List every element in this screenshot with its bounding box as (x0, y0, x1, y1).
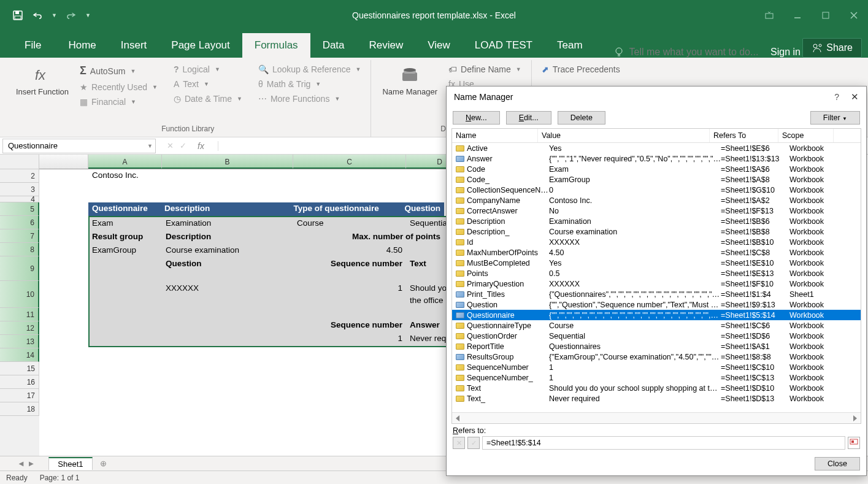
tell-me[interactable] (613, 47, 789, 58)
col-header-a[interactable]: A (88, 155, 162, 169)
qat-customize-icon[interactable]: ▼ (85, 12, 91, 18)
list-row[interactable]: Text_Never required=Sheet1!$D$13Workbook (452, 393, 861, 404)
trace-precedents-button[interactable]: ⬈Trace Precedents (538, 63, 624, 76)
undo-icon[interactable] (32, 10, 43, 21)
list-row[interactable]: Description_Course examination=Sheet1!$B… (452, 226, 861, 237)
col-header-b[interactable]: B (162, 155, 293, 169)
col-header-value[interactable]: Value (538, 129, 710, 142)
list-row[interactable]: CompanyNameContoso Inc.=Sheet1!$A$2Workb… (452, 195, 861, 206)
fx-label-icon[interactable]: fx (193, 141, 209, 151)
list-row[interactable]: CodeExam=Sheet1!$A$6Workbook (452, 164, 861, 174)
recently-used-button[interactable]: ★Recently Used▼ (76, 80, 161, 94)
logical-button[interactable]: ?Logical▼ (170, 63, 246, 76)
list-row[interactable]: QuestionnaireTypeCourse=Sheet1!$C$6Workb… (452, 320, 861, 331)
list-row[interactable]: ResultsGroup{"ExamGroup","Course examina… (452, 351, 861, 362)
date-time-button[interactable]: ◷Date & Time▼ (170, 92, 246, 106)
list-row[interactable]: PrimaryQuestionXXXXXX=Sheet1!$F$10Workbo… (452, 278, 861, 289)
tab-team[interactable]: Team (545, 33, 595, 58)
name-box[interactable]: Questionnaire ▼ (2, 139, 156, 153)
row-header-10[interactable]: 10 (0, 281, 39, 308)
close-icon[interactable] (840, 6, 868, 25)
row-header-12[interactable]: 12 (0, 321, 39, 335)
tab-file[interactable]: File (12, 33, 56, 58)
row-header-2[interactable]: 2 (0, 169, 39, 183)
name-manager-button[interactable]: Name Manager (377, 63, 442, 123)
financial-button[interactable]: ▦Financial▼ (76, 95, 161, 109)
define-name-button[interactable]: 🏷Define Name▼ (445, 63, 525, 76)
row-header-16[interactable]: 16 (0, 375, 39, 389)
sheet-nav[interactable]: ◄ ► (17, 459, 45, 468)
accept-icon[interactable]: ✓ (180, 141, 186, 150)
horizontal-scrollbar[interactable] (452, 412, 861, 423)
list-body[interactable]: ActiveYes=Sheet1!$E$6WorkbookAnswer{"","… (452, 143, 861, 412)
insert-function-button[interactable]: fx Insert Function (11, 63, 74, 123)
tab-page-layout[interactable]: Page Layout (159, 33, 242, 58)
list-header[interactable]: Name Value Refers To Scope (452, 129, 861, 143)
row-header-9[interactable]: 9 (0, 256, 39, 281)
tab-home[interactable]: Home (56, 33, 108, 58)
col-header-scope[interactable]: Scope (778, 129, 834, 142)
redo-icon[interactable] (66, 10, 77, 21)
name-box-dropdown-icon[interactable]: ▼ (147, 143, 153, 149)
select-all-corner[interactable] (0, 155, 39, 169)
share-button[interactable]: Share (802, 38, 862, 58)
list-row[interactable]: CorrectAnswerNo=Sheet1!$F$13Workbook (452, 206, 861, 216)
row-header-6[interactable]: 6 (0, 216, 39, 229)
row-header-4[interactable]: 4 (0, 196, 39, 202)
row-header-7[interactable]: 7 (0, 229, 39, 243)
tab-insert[interactable]: Insert (109, 33, 159, 58)
tab-review[interactable]: Review (357, 33, 416, 58)
minimize-icon[interactable] (783, 6, 812, 25)
save-icon[interactable] (12, 10, 23, 21)
list-row[interactable]: TextShould you do your school supply sho… (452, 383, 861, 393)
list-row[interactable]: SequenceNumber_1=Sheet1!$C$13Workbook (452, 372, 861, 383)
refers-to-input[interactable] (482, 436, 845, 450)
list-row[interactable]: QuestionOrderSequential=Sheet1!$D$6Workb… (452, 331, 861, 341)
list-row[interactable]: MaxNumberOfPoints4.50=Sheet1!$C$8Workboo… (452, 247, 861, 258)
col-header-refers[interactable]: Refers To (710, 129, 778, 142)
new-sheet-button[interactable]: ⊕ (96, 459, 110, 468)
filter-button[interactable]: Filter ▼ (810, 111, 860, 125)
tell-me-input[interactable] (629, 47, 789, 58)
row-header-11[interactable]: 11 (0, 308, 39, 321)
sign-in-link[interactable]: Sign in (770, 47, 801, 58)
list-row[interactable]: ReportTitleQuestionnaires=Sheet1!$A$1Wor… (452, 341, 861, 351)
list-row[interactable]: DescriptionExamination=Sheet1!$B$6Workbo… (452, 216, 861, 226)
list-row[interactable]: MustBeCompletedYes=Sheet1!$E$10Workbook (452, 258, 861, 268)
tab-formulas[interactable]: Formulas (242, 33, 310, 58)
row-header-8[interactable]: 8 (0, 243, 39, 256)
list-row[interactable]: Question{"","Question","Sequence number"… (452, 299, 861, 310)
tab-data[interactable]: Data (310, 33, 357, 58)
undo-dropdown-icon[interactable]: ▼ (52, 12, 57, 18)
delete-button[interactable]: Delete (558, 111, 605, 125)
list-row[interactable]: Points0.5=Sheet1!$E$13Workbook (452, 268, 861, 278)
more-functions-button[interactable]: ⋯More Functions▼ (255, 92, 365, 106)
col-header-blank[interactable] (39, 155, 88, 169)
lookup-ref-button[interactable]: 🔍Lookup & Reference▼ (255, 63, 365, 76)
ribbon-display-icon[interactable] (755, 6, 783, 25)
row-header-15[interactable]: 15 (0, 362, 39, 375)
list-row[interactable]: CollectionSequenceNu...0=Sheet1!$G$10Wor… (452, 185, 861, 195)
new-button[interactable]: NNew...ew... (453, 111, 500, 125)
list-row[interactable]: Code_ExamGroup=Sheet1!$A$8Workbook (452, 174, 861, 185)
list-row[interactable]: ActiveYes=Sheet1!$E$6Workbook (452, 143, 861, 153)
autosum-button[interactable]: ΣAutoSum▼ (76, 63, 161, 79)
math-trig-button[interactable]: θMath & Trig▼ (255, 77, 365, 91)
row-header-13[interactable]: 13 (0, 335, 39, 348)
dialog-close-icon[interactable]: ✕ (851, 91, 859, 102)
col-header-name[interactable]: Name (452, 129, 538, 142)
cancel-icon[interactable]: ✕ (167, 141, 174, 150)
row-header-5[interactable]: 5 (0, 202, 39, 216)
tab-view[interactable]: View (415, 33, 463, 58)
dialog-titlebar[interactable]: Name Manager ? ✕ (447, 86, 866, 107)
col-header-c[interactable]: C (293, 155, 406, 169)
close-button[interactable]: Close (815, 457, 860, 471)
sheet-tab-sheet1[interactable]: Sheet1 (48, 457, 92, 470)
list-row[interactable]: Questionnaire{"","","","","","","","",""… (452, 310, 861, 320)
maximize-icon[interactable] (812, 6, 840, 25)
dialog-help-icon[interactable]: ? (834, 92, 839, 102)
list-row[interactable]: IdXXXXXX=Sheet1!$B$10Workbook (452, 237, 861, 247)
range-picker-icon[interactable] (848, 437, 860, 449)
row-header-14[interactable]: 14 (0, 348, 39, 362)
list-row[interactable]: Answer{"","","1","Never required","0.5",… (452, 153, 861, 164)
